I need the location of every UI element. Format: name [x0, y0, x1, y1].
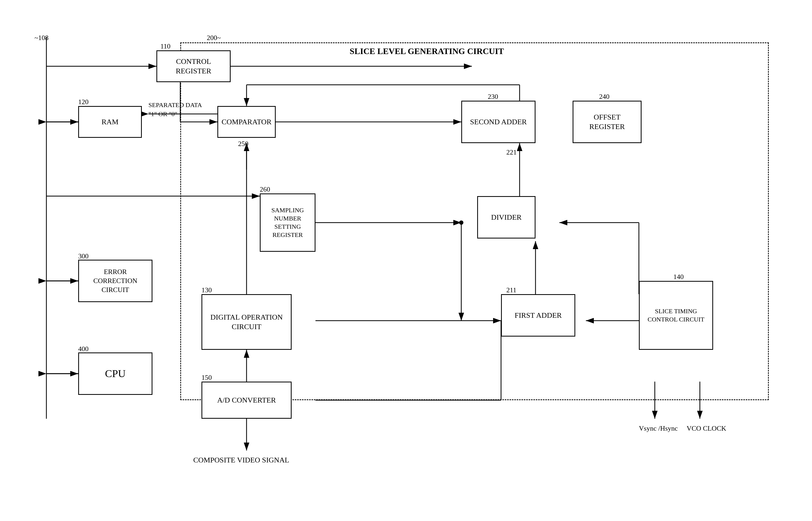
second-adder-label: SECOND ADDER: [470, 117, 527, 127]
offset-label: OFFSET REGISTER: [576, 112, 639, 132]
ref-140: 140: [673, 273, 684, 281]
diagram-container: SLICE LEVEL GENERATING CIRCUIT ~108 200~…: [16, 16, 806, 503]
ram-label: RAM: [102, 117, 118, 127]
vco-clock-label: VCO CLOCK: [686, 424, 726, 433]
separated-data-label: SEPARATED DATA "1" OR "0": [149, 101, 202, 118]
ref-250: 250: [238, 140, 248, 148]
ref-200: 200~: [207, 34, 221, 42]
slice-timing-block: SLICE TIMING CONTROL CIRCUIT: [639, 281, 713, 350]
ad-label: A/D CONVERTER: [217, 395, 276, 405]
ref-120: 120: [78, 98, 89, 106]
ref-240: 240: [599, 93, 609, 101]
comparator-label: COMPARATOR: [222, 117, 271, 127]
ref-221: 221: [506, 149, 517, 156]
offset-register-block: OFFSET REGISTER: [572, 101, 641, 143]
second-adder-block: SECOND ADDER: [461, 101, 536, 143]
ref-260: 260: [260, 185, 270, 194]
error-correction-block: ERROR CORRECTION CIRCUIT: [78, 260, 153, 302]
ref-230: 230: [488, 93, 498, 101]
cpu-block: CPU: [78, 353, 153, 395]
divider-block: DIVIDER: [477, 196, 536, 239]
ad-converter-block: A/D CONVERTER: [201, 382, 292, 419]
ram-block: RAM: [78, 106, 142, 138]
sampling-register-block: SAMPLING NUMBER SETTING REGISTER: [260, 194, 315, 252]
error-label: ERROR CORRECTION CIRCUIT: [81, 267, 150, 294]
control-register-block: CONTROL REGISTER: [156, 50, 231, 82]
vsync-label: Vsync /Hsync: [639, 424, 678, 433]
divider-label: DIVIDER: [491, 212, 521, 222]
control-register-label: CONTROL REGISTER: [159, 57, 228, 76]
ref-300: 300: [78, 252, 89, 260]
sampling-label: SAMPLING NUMBER SETTING REGISTER: [263, 206, 313, 239]
slice-level-title: SLICE LEVEL GENERATING CIRCUIT: [308, 46, 546, 56]
first-adder-block: FIRST ADDER: [501, 294, 575, 337]
ref-400: 400: [78, 345, 89, 353]
composite-video-label: COMPOSITE VIDEO SIGNAL: [175, 456, 308, 464]
ref-211: 211: [506, 286, 516, 294]
first-adder-label: FIRST ADDER: [515, 311, 562, 320]
comparator-block: COMPARATOR: [218, 106, 276, 138]
ref-150: 150: [201, 373, 212, 382]
ref-108: ~108: [35, 34, 48, 42]
slice-timing-label: SLICE TIMING CONTROL CIRCUIT: [642, 307, 710, 323]
ref-130: 130: [201, 286, 212, 294]
ref-110: 110: [160, 42, 171, 50]
cpu-label: CPU: [105, 367, 126, 381]
digital-op-block: DIGITAL OPERATION CIRCUIT: [201, 294, 292, 350]
digital-op-label: DIGITAL OPERATION CIRCUIT: [204, 313, 289, 332]
